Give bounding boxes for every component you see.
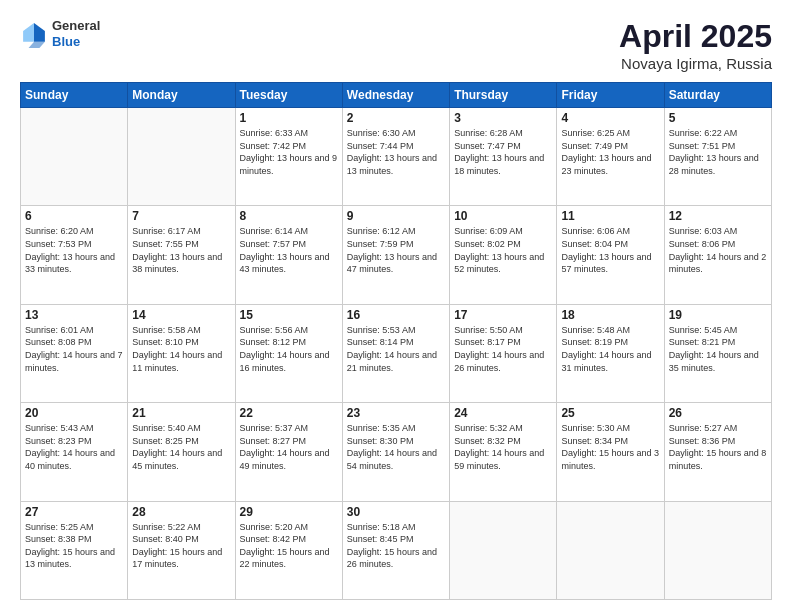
day-info: Sunrise: 5:56 AM Sunset: 8:12 PM Dayligh…	[240, 324, 338, 374]
day-number: 13	[25, 308, 123, 322]
day-info: Sunrise: 6:17 AM Sunset: 7:55 PM Dayligh…	[132, 225, 230, 275]
table-row: 20Sunrise: 5:43 AM Sunset: 8:23 PM Dayli…	[21, 403, 128, 501]
day-info: Sunrise: 5:35 AM Sunset: 8:30 PM Dayligh…	[347, 422, 445, 472]
day-info: Sunrise: 5:48 AM Sunset: 8:19 PM Dayligh…	[561, 324, 659, 374]
logo-icon	[20, 20, 48, 48]
logo-text: General Blue	[52, 18, 100, 49]
table-row: 23Sunrise: 5:35 AM Sunset: 8:30 PM Dayli…	[342, 403, 449, 501]
day-info: Sunrise: 6:01 AM Sunset: 8:08 PM Dayligh…	[25, 324, 123, 374]
table-row: 25Sunrise: 5:30 AM Sunset: 8:34 PM Dayli…	[557, 403, 664, 501]
day-number: 7	[132, 209, 230, 223]
day-number: 17	[454, 308, 552, 322]
day-number: 19	[669, 308, 767, 322]
calendar-week-row: 1Sunrise: 6:33 AM Sunset: 7:42 PM Daylig…	[21, 108, 772, 206]
calendar-week-row: 27Sunrise: 5:25 AM Sunset: 8:38 PM Dayli…	[21, 501, 772, 599]
calendar-week-row: 20Sunrise: 5:43 AM Sunset: 8:23 PM Dayli…	[21, 403, 772, 501]
table-row: 29Sunrise: 5:20 AM Sunset: 8:42 PM Dayli…	[235, 501, 342, 599]
day-number: 8	[240, 209, 338, 223]
day-number: 6	[25, 209, 123, 223]
table-row: 3Sunrise: 6:28 AM Sunset: 7:47 PM Daylig…	[450, 108, 557, 206]
table-row	[450, 501, 557, 599]
day-number: 28	[132, 505, 230, 519]
day-number: 23	[347, 406, 445, 420]
day-number: 2	[347, 111, 445, 125]
col-tuesday: Tuesday	[235, 83, 342, 108]
col-friday: Friday	[557, 83, 664, 108]
table-row: 16Sunrise: 5:53 AM Sunset: 8:14 PM Dayli…	[342, 304, 449, 402]
table-row: 9Sunrise: 6:12 AM Sunset: 7:59 PM Daylig…	[342, 206, 449, 304]
day-info: Sunrise: 6:30 AM Sunset: 7:44 PM Dayligh…	[347, 127, 445, 177]
table-row	[128, 108, 235, 206]
table-row: 24Sunrise: 5:32 AM Sunset: 8:32 PM Dayli…	[450, 403, 557, 501]
table-row: 10Sunrise: 6:09 AM Sunset: 8:02 PM Dayli…	[450, 206, 557, 304]
table-row: 11Sunrise: 6:06 AM Sunset: 8:04 PM Dayli…	[557, 206, 664, 304]
day-number: 25	[561, 406, 659, 420]
day-info: Sunrise: 5:18 AM Sunset: 8:45 PM Dayligh…	[347, 521, 445, 571]
day-info: Sunrise: 5:53 AM Sunset: 8:14 PM Dayligh…	[347, 324, 445, 374]
table-row: 30Sunrise: 5:18 AM Sunset: 8:45 PM Dayli…	[342, 501, 449, 599]
table-row: 22Sunrise: 5:37 AM Sunset: 8:27 PM Dayli…	[235, 403, 342, 501]
table-row: 18Sunrise: 5:48 AM Sunset: 8:19 PM Dayli…	[557, 304, 664, 402]
day-info: Sunrise: 6:25 AM Sunset: 7:49 PM Dayligh…	[561, 127, 659, 177]
day-number: 26	[669, 406, 767, 420]
table-row	[21, 108, 128, 206]
day-number: 16	[347, 308, 445, 322]
day-number: 15	[240, 308, 338, 322]
day-info: Sunrise: 6:06 AM Sunset: 8:04 PM Dayligh…	[561, 225, 659, 275]
day-number: 14	[132, 308, 230, 322]
day-number: 11	[561, 209, 659, 223]
day-number: 1	[240, 111, 338, 125]
day-number: 12	[669, 209, 767, 223]
table-row: 26Sunrise: 5:27 AM Sunset: 8:36 PM Dayli…	[664, 403, 771, 501]
day-info: Sunrise: 5:20 AM Sunset: 8:42 PM Dayligh…	[240, 521, 338, 571]
table-row: 15Sunrise: 5:56 AM Sunset: 8:12 PM Dayli…	[235, 304, 342, 402]
calendar-week-row: 6Sunrise: 6:20 AM Sunset: 7:53 PM Daylig…	[21, 206, 772, 304]
svg-marker-2	[29, 41, 45, 47]
table-row: 1Sunrise: 6:33 AM Sunset: 7:42 PM Daylig…	[235, 108, 342, 206]
day-info: Sunrise: 5:30 AM Sunset: 8:34 PM Dayligh…	[561, 422, 659, 472]
table-row	[557, 501, 664, 599]
day-info: Sunrise: 5:22 AM Sunset: 8:40 PM Dayligh…	[132, 521, 230, 571]
page: General Blue April 2025 Novaya Igirma, R…	[0, 0, 792, 612]
day-number: 27	[25, 505, 123, 519]
title-block: April 2025 Novaya Igirma, Russia	[619, 18, 772, 72]
day-number: 20	[25, 406, 123, 420]
day-number: 22	[240, 406, 338, 420]
table-row: 4Sunrise: 6:25 AM Sunset: 7:49 PM Daylig…	[557, 108, 664, 206]
table-row: 13Sunrise: 6:01 AM Sunset: 8:08 PM Dayli…	[21, 304, 128, 402]
header: General Blue April 2025 Novaya Igirma, R…	[20, 18, 772, 72]
day-info: Sunrise: 5:32 AM Sunset: 8:32 PM Dayligh…	[454, 422, 552, 472]
col-monday: Monday	[128, 83, 235, 108]
day-info: Sunrise: 6:20 AM Sunset: 7:53 PM Dayligh…	[25, 225, 123, 275]
table-row: 19Sunrise: 5:45 AM Sunset: 8:21 PM Dayli…	[664, 304, 771, 402]
day-number: 10	[454, 209, 552, 223]
day-info: Sunrise: 5:45 AM Sunset: 8:21 PM Dayligh…	[669, 324, 767, 374]
table-row: 17Sunrise: 5:50 AM Sunset: 8:17 PM Dayli…	[450, 304, 557, 402]
calendar-week-row: 13Sunrise: 6:01 AM Sunset: 8:08 PM Dayli…	[21, 304, 772, 402]
day-info: Sunrise: 6:09 AM Sunset: 8:02 PM Dayligh…	[454, 225, 552, 275]
day-number: 4	[561, 111, 659, 125]
calendar-table: Sunday Monday Tuesday Wednesday Thursday…	[20, 82, 772, 600]
day-number: 29	[240, 505, 338, 519]
svg-marker-0	[34, 23, 45, 42]
title-month: April 2025	[619, 18, 772, 55]
day-info: Sunrise: 6:22 AM Sunset: 7:51 PM Dayligh…	[669, 127, 767, 177]
day-info: Sunrise: 6:33 AM Sunset: 7:42 PM Dayligh…	[240, 127, 338, 177]
table-row: 27Sunrise: 5:25 AM Sunset: 8:38 PM Dayli…	[21, 501, 128, 599]
calendar-header-row: Sunday Monday Tuesday Wednesday Thursday…	[21, 83, 772, 108]
table-row: 8Sunrise: 6:14 AM Sunset: 7:57 PM Daylig…	[235, 206, 342, 304]
table-row: 21Sunrise: 5:40 AM Sunset: 8:25 PM Dayli…	[128, 403, 235, 501]
title-location: Novaya Igirma, Russia	[619, 55, 772, 72]
table-row: 6Sunrise: 6:20 AM Sunset: 7:53 PM Daylig…	[21, 206, 128, 304]
logo-general-text: General	[52, 18, 100, 34]
col-thursday: Thursday	[450, 83, 557, 108]
table-row: 7Sunrise: 6:17 AM Sunset: 7:55 PM Daylig…	[128, 206, 235, 304]
day-info: Sunrise: 5:37 AM Sunset: 8:27 PM Dayligh…	[240, 422, 338, 472]
day-info: Sunrise: 5:43 AM Sunset: 8:23 PM Dayligh…	[25, 422, 123, 472]
table-row: 28Sunrise: 5:22 AM Sunset: 8:40 PM Dayli…	[128, 501, 235, 599]
svg-marker-1	[23, 23, 34, 42]
day-info: Sunrise: 6:03 AM Sunset: 8:06 PM Dayligh…	[669, 225, 767, 275]
day-number: 5	[669, 111, 767, 125]
table-row: 12Sunrise: 6:03 AM Sunset: 8:06 PM Dayli…	[664, 206, 771, 304]
table-row: 14Sunrise: 5:58 AM Sunset: 8:10 PM Dayli…	[128, 304, 235, 402]
